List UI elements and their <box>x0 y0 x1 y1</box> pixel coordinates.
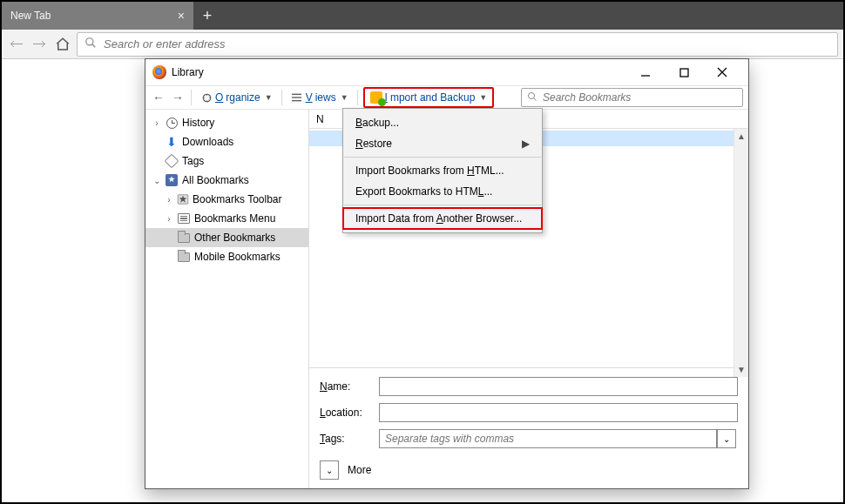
forward-button[interactable]: 🡒 <box>30 35 49 54</box>
tree-all-bookmarks[interactable]: ⌄All Bookmarks <box>145 171 308 190</box>
expand-icon[interactable]: › <box>165 214 173 224</box>
search-icon <box>527 91 537 104</box>
expand-icon[interactable]: › <box>165 195 173 205</box>
close-button[interactable] <box>703 60 741 84</box>
address-bar[interactable] <box>77 32 838 57</box>
svg-point-10 <box>529 92 535 98</box>
import-backup-icon <box>370 91 382 104</box>
tab-title: New Tab <box>10 10 51 22</box>
menu-divider <box>344 205 541 205</box>
browser-tab[interactable]: New Tab × <box>2 2 193 30</box>
new-tab-button[interactable]: + <box>193 2 221 30</box>
svg-line-1 <box>92 44 96 48</box>
bookmark-search-input[interactable] <box>543 91 737 104</box>
svg-point-0 <box>86 38 93 45</box>
search-icon <box>84 37 97 51</box>
views-button[interactable]: Views▼ <box>287 88 352 107</box>
caret-icon: ▼ <box>341 93 348 102</box>
expand-icon[interactable]: › <box>152 118 161 128</box>
tree-bookmarks-menu[interactable]: ›Bookmarks Menu <box>145 209 308 228</box>
label-name: Name: <box>320 380 379 393</box>
label-tags: Tags: <box>320 433 379 445</box>
menu-import-other-browser[interactable]: Import Data from Another Browser... <box>343 208 542 229</box>
submenu-icon: ▶ <box>522 138 530 150</box>
home-button[interactable] <box>52 34 73 55</box>
views-icon <box>291 92 303 103</box>
tag-icon <box>165 154 179 168</box>
lib-back-button[interactable]: ← <box>151 91 166 104</box>
organize-icon <box>200 92 213 104</box>
tree-downloads[interactable]: ⬇Downloads <box>145 132 308 151</box>
browser-tab-bar: New Tab × + <box>2 2 843 30</box>
import-backup-button[interactable]: Import and Backup▼ <box>363 87 495 108</box>
label-location: Location: <box>320 407 379 419</box>
star-icon <box>177 193 189 205</box>
scroll-up-icon[interactable]: ▲ <box>734 129 748 144</box>
tree-tags[interactable]: Tags <box>145 151 308 171</box>
firefox-icon <box>152 65 166 79</box>
name-field[interactable] <box>379 377 738 396</box>
clock-icon <box>165 116 179 130</box>
tags-field[interactable] <box>379 429 717 448</box>
import-backup-menu: Backup... Restore▶ Import Bookmarks from… <box>342 108 543 233</box>
collapse-icon[interactable]: ⌄ <box>152 176 161 185</box>
bookmark-search[interactable] <box>521 88 743 107</box>
back-button[interactable]: 🡐 <box>7 35 26 54</box>
browser-toolbar: 🡐 🡒 <box>2 30 843 59</box>
caret-icon: ▼ <box>265 93 273 102</box>
scroll-down-icon[interactable]: ▼ <box>734 362 748 377</box>
lib-forward-button[interactable]: → <box>170 91 186 104</box>
separator <box>281 90 282 105</box>
library-toolbar: ← → Organize▼ Views▼ Import and Backup▼ <box>145 85 748 110</box>
location-field[interactable] <box>379 403 738 422</box>
scrollbar[interactable]: ▲ ▼ <box>733 129 748 377</box>
menu-divider <box>344 157 541 158</box>
more-label: More <box>348 464 371 476</box>
menu-export-html[interactable]: Export Bookmarks to HTML... <box>343 181 542 202</box>
menu-restore[interactable]: Restore▶ <box>343 133 542 154</box>
caret-icon: ▼ <box>479 93 487 102</box>
tree-other-bookmarks[interactable]: Other Bookmarks <box>145 228 308 247</box>
svg-rect-3 <box>680 69 688 77</box>
download-icon: ⬇ <box>165 135 179 149</box>
tree-bookmarks-toolbar[interactable]: ›Bookmarks Toolbar <box>145 190 308 209</box>
library-title: Library <box>172 66 204 78</box>
menu-icon <box>177 212 191 225</box>
minimize-button[interactable] <box>626 60 665 84</box>
more-toggle[interactable]: ⌄ <box>320 460 339 480</box>
tree-history[interactable]: ›History <box>145 113 308 132</box>
folder-icon <box>177 250 191 264</box>
library-window: Library ← → Organize▼ Views▼ <box>145 58 749 489</box>
bookmarks-icon <box>165 173 179 187</box>
close-tab-icon[interactable]: × <box>178 9 185 23</box>
svg-line-11 <box>534 97 537 100</box>
menu-backup[interactable]: Backup... <box>343 112 542 133</box>
library-tree: ›History ⬇Downloads Tags ⌄All Bookmarks … <box>145 110 309 488</box>
col-name: N <box>316 113 324 125</box>
menu-import-html[interactable]: Import Bookmarks from HTML... <box>343 160 542 181</box>
separator <box>191 90 192 105</box>
tags-dropdown-button[interactable]: ⌄ <box>717 429 736 448</box>
organize-button[interactable]: Organize▼ <box>197 88 276 107</box>
details-panel: Name: Location: Tags: ⌄ <box>309 367 748 454</box>
folder-icon <box>177 231 191 245</box>
separator <box>357 90 358 105</box>
tree-mobile-bookmarks[interactable]: Mobile Bookmarks <box>145 247 308 266</box>
library-titlebar[interactable]: Library <box>145 59 748 85</box>
maximize-button[interactable] <box>665 60 703 84</box>
address-input[interactable] <box>104 37 830 50</box>
more-row: ⌄ More <box>309 454 748 488</box>
